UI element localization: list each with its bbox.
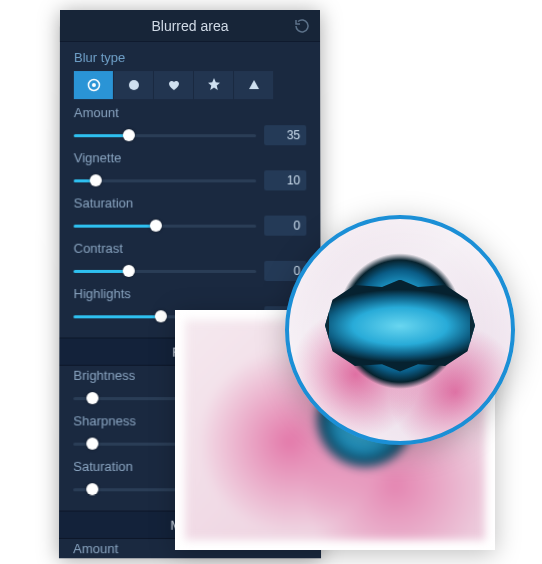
contrast-slider-block: Contrast 0 — [59, 239, 320, 284]
highlights-label: Highlights — [74, 286, 307, 301]
panel-header: Blurred area — [60, 10, 320, 42]
svg-point-2 — [128, 80, 138, 90]
blur-type-star[interactable] — [194, 71, 234, 99]
blur-type-heart[interactable] — [154, 71, 194, 99]
blur-type-label: Blur type — [60, 42, 320, 71]
reset-icon[interactable] — [294, 18, 310, 34]
amount-slider[interactable] — [74, 134, 256, 137]
saturation-slider-block: Saturation 0 — [60, 193, 321, 238]
vignette-value[interactable]: 10 — [264, 170, 306, 190]
contrast-label: Contrast — [74, 241, 307, 256]
svg-point-1 — [91, 83, 95, 87]
focus-lens-preview — [285, 215, 515, 445]
vignette-label: Vignette — [74, 150, 307, 165]
vignette-slider[interactable] — [74, 179, 256, 182]
saturation-label: Saturation — [74, 195, 307, 210]
saturation-slider[interactable] — [74, 224, 257, 227]
vignette-slider-block: Vignette 10 — [60, 148, 321, 193]
blur-type-radial[interactable] — [74, 71, 114, 99]
amount-value[interactable]: 35 — [264, 125, 306, 145]
saturation-value[interactable]: 0 — [264, 216, 306, 236]
panel-title: Blurred area — [151, 17, 228, 33]
contrast-slider[interactable] — [74, 269, 257, 272]
amount-slider-block: Amount 35 — [60, 103, 321, 148]
blur-type-triangle[interactable] — [234, 71, 274, 99]
blur-type-circle[interactable] — [114, 71, 154, 99]
blur-type-selector — [60, 71, 320, 103]
amount-label: Amount — [74, 105, 306, 120]
